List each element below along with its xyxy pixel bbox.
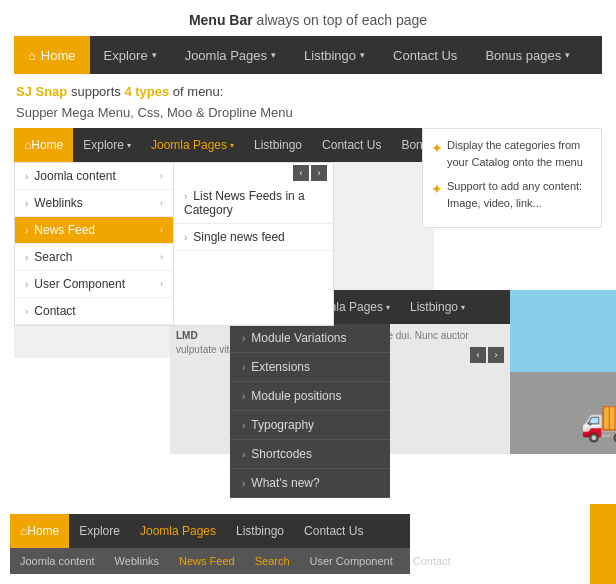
ss3-joomla[interactable]: Joomla Pages bbox=[130, 514, 226, 548]
ss2-prev-btn[interactable]: ‹ bbox=[470, 347, 486, 363]
ss1-item-search[interactable]: ›Search › bbox=[15, 244, 173, 271]
arrow2-icon: › bbox=[242, 362, 245, 373]
ss3-sub-user-component[interactable]: User Component bbox=[300, 548, 403, 574]
ss1-item-weblinks[interactable]: ›Weblinks › bbox=[15, 190, 173, 217]
ss3-sub-news-feed[interactable]: News Feed bbox=[169, 548, 245, 574]
info-item-2: ✦ Support to add any content: Image, vid… bbox=[431, 178, 593, 211]
prev-arrow-btn[interactable]: ‹ bbox=[293, 165, 309, 181]
ss2-item-extensions[interactable]: › Extensions bbox=[230, 353, 390, 382]
sub-arrow-icon: › bbox=[160, 279, 163, 289]
ss3-sub-weblinks[interactable]: Weblinks bbox=[105, 548, 169, 574]
nav-listbingo-label: Listbingo bbox=[304, 48, 356, 63]
sub-arrow-icon: › bbox=[160, 252, 163, 262]
ss3-listbingo[interactable]: Listbingo bbox=[226, 514, 294, 548]
ss1-explore[interactable]: Explore ▾ bbox=[73, 128, 141, 162]
arrow2-icon: › bbox=[242, 420, 245, 431]
ss2-listbingo[interactable]: Listbingo ▾ bbox=[400, 290, 475, 324]
ss1-joomla[interactable]: Joomla Pages ▾ bbox=[141, 128, 244, 162]
ss2-nav-arrows: ‹ › bbox=[470, 347, 504, 363]
bullet-icon: › bbox=[25, 306, 28, 317]
ss1-dropdown-right: ‹ › ›List News Feeds in a Category ›Sing… bbox=[174, 162, 334, 326]
ss1-item-joomla-content[interactable]: ›Joomla content › bbox=[15, 163, 173, 190]
arrow2-icon: › bbox=[242, 478, 245, 489]
bullet-icon: › bbox=[184, 191, 187, 202]
home-icon: ⌂ bbox=[28, 48, 36, 63]
ss2-bg-placeholder: 🚚 bbox=[510, 290, 616, 454]
bullet-icon: › bbox=[25, 225, 28, 236]
sub-arrow-icon: › bbox=[160, 198, 163, 208]
ss1-item-contact[interactable]: ›Contact bbox=[15, 298, 173, 325]
bullet-icon: › bbox=[25, 252, 28, 263]
arrow2-icon: › bbox=[242, 391, 245, 402]
desc-text1: supports bbox=[71, 84, 124, 99]
info-text-1: Display the categories from your Catalog… bbox=[447, 137, 593, 170]
description-line1: SJ Snap supports 4 types of menu: bbox=[16, 84, 600, 99]
bullet-icon: › bbox=[25, 279, 28, 290]
arrow2-icon: › bbox=[242, 449, 245, 460]
ss1-home[interactable]: ⌂ Home bbox=[14, 128, 73, 162]
bullet-icon: › bbox=[184, 232, 187, 243]
types-highlight: 4 types bbox=[124, 84, 169, 99]
ss2-item-label: Shortcodes bbox=[251, 447, 312, 461]
ss1-listbingo[interactable]: Listbingo bbox=[244, 128, 312, 162]
ss2-item-typography[interactable]: › Typography bbox=[230, 411, 390, 440]
ss2-item-module-positions[interactable]: › Module positions bbox=[230, 382, 390, 411]
info-item-1: ✦ Display the categories from your Catal… bbox=[431, 137, 593, 170]
description-line2: Supper Mega Menu, Css, Moo & Dropline Me… bbox=[16, 105, 600, 120]
joomla-arrow-icon: ▾ bbox=[271, 50, 276, 60]
info-panel: ✦ Display the categories from your Catal… bbox=[422, 128, 602, 228]
truck-icon: 🚚 bbox=[580, 397, 616, 444]
ss2-item-label: Module positions bbox=[251, 389, 341, 403]
ss2-dropdown: › Module Variations › Extensions › Modul… bbox=[230, 324, 390, 498]
ss1-right-item-list[interactable]: ›List News Feeds in a Category bbox=[174, 183, 333, 224]
desc-text2: of menu: bbox=[173, 84, 224, 99]
nav-bonus-label: Bonus pages bbox=[485, 48, 561, 63]
ss2-next-btn[interactable]: › bbox=[488, 347, 504, 363]
sub-arrow-active-icon: › bbox=[160, 225, 163, 235]
nav-item-explore[interactable]: Explore ▾ bbox=[90, 36, 171, 74]
ss1-joomla-arrow: ▾ bbox=[230, 141, 234, 150]
next-arrow-btn[interactable]: › bbox=[311, 165, 327, 181]
nav-home-label: Home bbox=[41, 48, 76, 63]
ss1-right-arrows: ‹ › bbox=[174, 163, 333, 183]
header-suffix: always on top of each page bbox=[257, 12, 427, 28]
sub-arrow-icon: › bbox=[160, 171, 163, 181]
ss3-sub-contact[interactable]: Contact bbox=[403, 548, 461, 574]
ss2-item-label: Extensions bbox=[251, 360, 310, 374]
ss1-item-user-component[interactable]: ›User Component › bbox=[15, 271, 173, 298]
ss3-sub-search[interactable]: Search bbox=[245, 548, 300, 574]
ss2-item-shortcodes[interactable]: › Shortcodes bbox=[230, 440, 390, 469]
ss2-item-whats-new[interactable]: › What's new? bbox=[230, 469, 390, 498]
nav-arrows: ‹ › bbox=[293, 165, 327, 181]
ss2-joomla-arrow: ▾ bbox=[386, 303, 390, 312]
ss3-explore[interactable]: Explore bbox=[69, 514, 130, 548]
ss3-search-label: Search bbox=[255, 555, 290, 567]
nav-explore-label: Explore bbox=[104, 48, 148, 63]
nav-item-listbingo[interactable]: Listbingo ▾ bbox=[290, 36, 379, 74]
nav-contact-label: Contact Us bbox=[393, 48, 457, 63]
nav-item-bonus[interactable]: Bonus pages ▾ bbox=[471, 36, 584, 74]
ss1-contact[interactable]: Contact Us bbox=[312, 128, 391, 162]
bullet-icon: › bbox=[25, 171, 28, 182]
bonus-arrow-icon: ▾ bbox=[565, 50, 570, 60]
header-label: Menu Bar always on top of each page bbox=[0, 0, 616, 36]
ss2-truck-image: 🚚 bbox=[510, 290, 616, 454]
brand-name: SJ Snap bbox=[16, 84, 67, 99]
ss3-sub-joomla-content[interactable]: Joomla content bbox=[10, 548, 105, 574]
star-icon-2: ✦ bbox=[431, 179, 443, 200]
nav-item-contact[interactable]: Contact Us bbox=[379, 36, 471, 74]
ss2-item-label: Typography bbox=[251, 418, 314, 432]
ss3-nav: ⌂ Home Explore Joomla Pages Listbingo Co… bbox=[10, 514, 410, 548]
nav-item-joomla[interactable]: Joomla Pages ▾ bbox=[171, 36, 290, 74]
screenshot3-container: ⌂ Home Explore Joomla Pages Listbingo Co… bbox=[10, 514, 410, 574]
ss1-item-news-feed[interactable]: ›News Feed › bbox=[15, 217, 173, 244]
ss2-item-module-variations[interactable]: › Module Variations bbox=[230, 324, 390, 353]
bullet-icon: › bbox=[25, 198, 28, 209]
ss1-right-item-single[interactable]: ›Single news feed bbox=[174, 224, 333, 251]
ss3-news-feed-label: News Feed bbox=[179, 555, 235, 567]
ss2-listbingo-arrow: ▾ bbox=[461, 303, 465, 312]
nav-item-home[interactable]: ⌂ Home bbox=[14, 36, 90, 74]
ss3-contact[interactable]: Contact Us bbox=[294, 514, 373, 548]
ss3-home[interactable]: ⌂ Home bbox=[10, 514, 69, 548]
yellow-accent-bar bbox=[590, 504, 616, 584]
